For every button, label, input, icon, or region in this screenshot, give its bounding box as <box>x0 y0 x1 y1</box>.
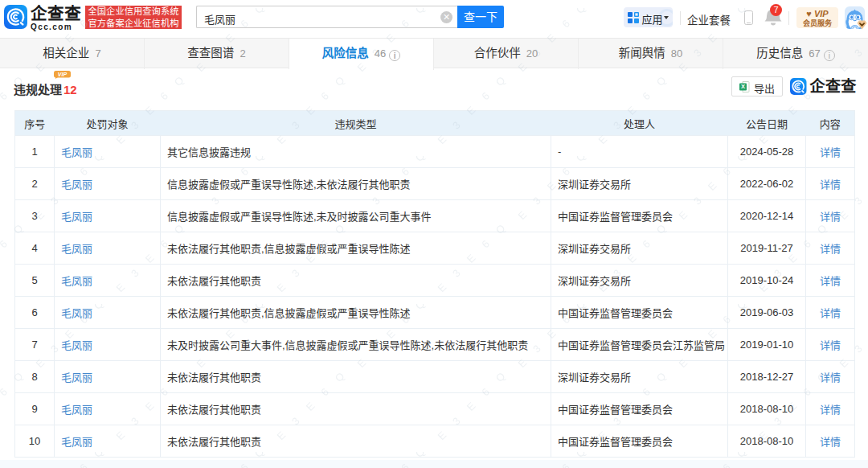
svg-text:企查查: 企查查 <box>809 78 858 95</box>
svg-text:X: X <box>741 83 745 90</box>
svg-text:VIP: VIP <box>58 72 68 77</box>
